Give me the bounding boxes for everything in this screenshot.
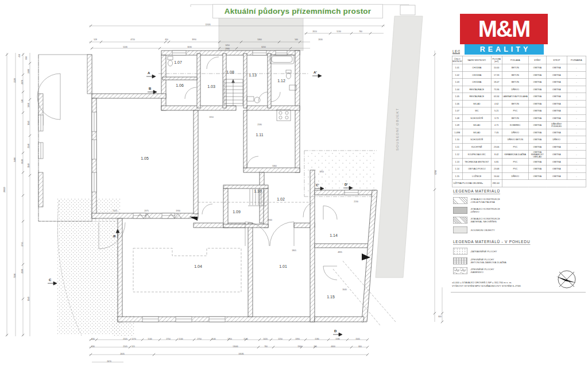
table-cell: 1.07 bbox=[452, 107, 462, 115]
table-cell: - bbox=[567, 172, 586, 180]
section-marker-label: C' bbox=[316, 183, 319, 187]
dimension-label: 2140 bbox=[28, 144, 30, 148]
table-cell: OMÍTKA bbox=[528, 107, 546, 115]
dimension-label: 1940 bbox=[268, 219, 272, 221]
dimension-label: 2400 bbox=[28, 69, 30, 74]
table-cell: 1.05 bbox=[452, 93, 462, 101]
table-cell: OMÍTKA bbox=[528, 129, 546, 136]
dimension-label: 1180 bbox=[335, 338, 339, 340]
section-marker-flag-icon bbox=[146, 75, 156, 78]
table-row: 1.11KUCHYNĚ23.06PVCOMÍTKAOMÍTKA- bbox=[452, 143, 586, 151]
dimension-label: 9400 bbox=[14, 157, 16, 162]
legend-line: -KAMENIVO bbox=[470, 271, 494, 274]
table-cell: OMÍTKA bbox=[528, 64, 546, 72]
dimension-label: 1310 bbox=[209, 116, 214, 118]
room-label: 1.14 bbox=[330, 233, 338, 237]
dimension-label: 1140 bbox=[211, 338, 215, 340]
table-cell: OMÍTKA bbox=[528, 158, 546, 166]
dimension-label: 2180 bbox=[257, 124, 262, 126]
table-cell: 23.06 bbox=[491, 143, 502, 151]
section-marker-label: A bbox=[148, 71, 150, 75]
table-cell: 10.00 bbox=[491, 64, 502, 72]
dimension-label: 760 bbox=[359, 30, 362, 33]
room-label: 1.15 bbox=[327, 295, 335, 299]
section-marker-label: D bbox=[334, 329, 337, 333]
dimension-label: 1565 bbox=[355, 338, 360, 340]
table-cell: CHODBA bbox=[462, 71, 491, 79]
dimension-label: 1420 bbox=[263, 338, 268, 340]
staircase-1-08 bbox=[224, 79, 243, 106]
dimension-label: 1750 bbox=[227, 338, 232, 340]
column-header: PLOCHA [m2] bbox=[491, 56, 502, 64]
neighbor-objects-swatch bbox=[453, 226, 467, 233]
table-cell: PVC bbox=[502, 143, 528, 151]
table-cell: PVC bbox=[502, 107, 528, 115]
total-empty bbox=[502, 180, 586, 187]
table-row: 1.14OBÝVACÍ POKOJ23.68PVCOMÍTKAOMÍTKA- bbox=[452, 166, 586, 173]
notes-divider bbox=[451, 292, 586, 293]
table-cell: DŘEVO bbox=[546, 136, 567, 144]
dimension-label: 2375 bbox=[144, 210, 149, 212]
table-cell: DŘEVO bbox=[502, 129, 528, 136]
table-cell: OMÍTKA bbox=[528, 166, 546, 173]
room-label: 1.11 bbox=[256, 133, 263, 137]
dimension-label: 5246 bbox=[123, 46, 127, 48]
dimension-label: 530 bbox=[21, 99, 24, 103]
neighbor-object-label: SOUSEDNÍ OBJEKT bbox=[396, 108, 399, 151]
gravel-swatch bbox=[453, 267, 467, 274]
materials-view-legend-heading: LEGENDA MATERIÁLŮ - V POHLEDU bbox=[453, 240, 530, 245]
section-marker: C bbox=[48, 278, 57, 285]
table-cell: KUCHYNĚ bbox=[462, 143, 491, 151]
dimension-label: 200 bbox=[314, 345, 317, 348]
dimension-label: 1140 bbox=[28, 121, 30, 125]
column-header: ČÍSLO MÍSTNOSTI bbox=[452, 56, 462, 64]
bathtub-1-12 bbox=[270, 55, 294, 64]
toilet-1-12 bbox=[286, 70, 291, 79]
dimension-label: 1140 bbox=[28, 163, 30, 167]
dimension-label: 530 bbox=[91, 338, 95, 340]
column-header: STROP bbox=[546, 56, 567, 64]
note-line: VÝŠKOVÝ SYSTÉM BPV/ SOUŘADNICOVÝ SYSTÉM … bbox=[452, 284, 587, 288]
table-cell: OMÍTKA bbox=[528, 172, 546, 180]
room-label: 1.06 bbox=[176, 83, 184, 87]
dimension-label: 1250 bbox=[278, 338, 283, 340]
table-row: 1.09SKLAD4.71KOBERECOMÍTKADŘEVĚNÝ PODHLE… bbox=[452, 122, 586, 129]
legend-item: -ZPEVNĚNÉ PLOCHY -KAMENIVO bbox=[453, 267, 585, 274]
table-cell: - bbox=[567, 93, 586, 101]
table-row: 1.04RESTAURACE73.36DŘEVOOMÍTKAOMÍTKA- bbox=[452, 86, 586, 93]
table-cell: OMÍTKA KERAMICKÝ OBKLAD bbox=[528, 151, 546, 159]
wood-swatch bbox=[453, 207, 467, 214]
table-cell: - bbox=[567, 129, 586, 136]
dimension-label: 1850 bbox=[319, 171, 324, 173]
room-label: 1.09 bbox=[233, 210, 241, 214]
table-cell: DŘEVO bbox=[502, 172, 528, 180]
dimension-label: 3030 bbox=[187, 46, 192, 48]
column-header: NÁZEV MÍSTNOSTI bbox=[462, 56, 491, 64]
room-label: 1.12 bbox=[277, 79, 285, 83]
dimension-label: 528 bbox=[94, 39, 97, 41]
section-marker: B bbox=[148, 87, 157, 94]
toilet-1-07 bbox=[168, 56, 173, 66]
grass-swatch bbox=[453, 248, 467, 255]
dimension-label: 5130 bbox=[336, 30, 341, 33]
table-cell: DŘEVĚNÝ PODHLED bbox=[546, 122, 567, 129]
table-cell: KOUPELNA S WC bbox=[462, 151, 491, 159]
table-cell: - bbox=[567, 64, 586, 72]
dimension-label: 2630 bbox=[318, 39, 323, 41]
legend-item: -ZPEVNĚNÉ PLOCHY -BETONOVÁ ZÁMKOVÁ DLAŽB… bbox=[453, 257, 585, 264]
table-row: 1.06SKLAD4.62BETONOMÍTKAOMÍTKA- bbox=[452, 100, 586, 107]
dimension-label: 1640 bbox=[342, 289, 347, 291]
table-cell: SKLAD bbox=[462, 100, 491, 107]
table-cell: OMÍTKA bbox=[528, 143, 546, 151]
dimension-label: 860 bbox=[25, 56, 28, 60]
table-cell: OMÍTKA bbox=[546, 86, 567, 93]
table-cell: - bbox=[567, 166, 586, 173]
room-legend-table-wrap: ČÍSLO MÍSTNOSTINÁZEV MÍSTNOSTIPLOCHA [m2… bbox=[452, 56, 586, 187]
table-cell: OMÍTKA bbox=[528, 71, 546, 79]
table-cell: 1.14 bbox=[452, 166, 462, 173]
table-cell: 8.42 bbox=[491, 151, 502, 159]
dimension-label: 600 bbox=[438, 316, 442, 318]
unverified-material-swatch bbox=[453, 217, 467, 224]
dimension-label: 450 bbox=[18, 54, 21, 57]
dimension-label: 530 bbox=[91, 345, 95, 348]
